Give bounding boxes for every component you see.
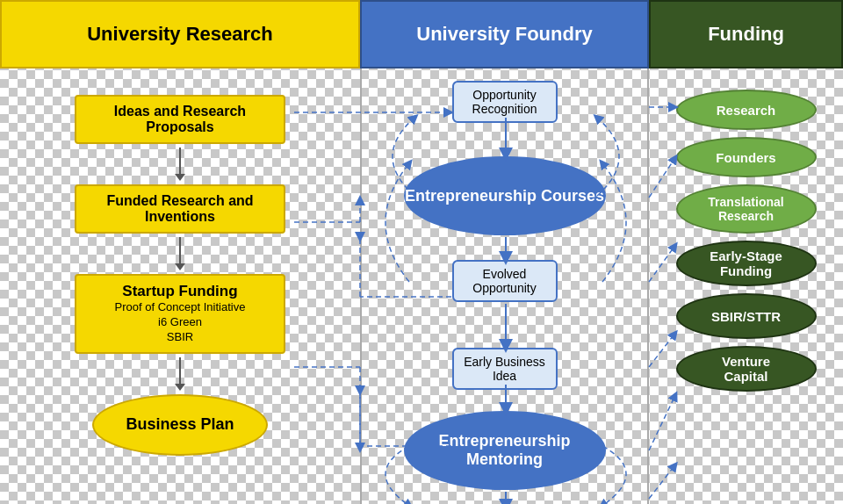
entrepreneurship-mentoring-ellipse: Entrepreneurship Mentoring — [404, 411, 606, 490]
startup-funding-box: Startup Funding Proof of Concept Initiat… — [75, 274, 285, 354]
business-plan-oval: Business Plan — [92, 394, 268, 456]
header-university-foundry: University Foundry — [360, 0, 649, 68]
header-funding: Funding — [649, 0, 843, 68]
arrow-3 — [175, 357, 185, 391]
arrow-1 — [175, 148, 185, 181]
col-funding: Research Founders Translational Research… — [649, 68, 843, 504]
col-university-foundry: Opportunity Recognition Entrepreneurship… — [360, 68, 649, 504]
arrow-2 — [175, 237, 185, 270]
middle-content: Opportunity Recognition Entrepreneurship… — [362, 68, 647, 504]
venture-capital-oval: Venture Capital — [676, 346, 817, 392]
main-content: Ideas and Research Proposals Funded Rese… — [0, 68, 843, 504]
founders-oval: Founders — [676, 137, 817, 177]
early-stage-funding-oval: Early-Stage Funding — [676, 241, 817, 286]
header-university-research: University Research — [0, 0, 360, 68]
entrepreneurship-courses-ellipse: Entrepreneurship Courses — [404, 156, 606, 235]
col-university-research: Ideas and Research Proposals Funded Rese… — [0, 68, 360, 504]
header-row: University Research University Foundry F… — [0, 0, 843, 68]
research-oval: Research — [676, 90, 817, 130]
funded-research-box: Funded Research and Inventions — [75, 184, 285, 234]
evolved-opportunity-box: Evolved Opportunity — [452, 260, 558, 302]
early-business-idea-box: Early Business Idea — [452, 348, 558, 390]
sbir-sttr-oval: SBIR/STTR — [676, 293, 817, 339]
translational-research-oval: Translational Research — [676, 184, 817, 234]
ideas-proposals-box: Ideas and Research Proposals — [75, 95, 285, 144]
opportunity-recognition-box: Opportunity Recognition — [452, 81, 558, 123]
